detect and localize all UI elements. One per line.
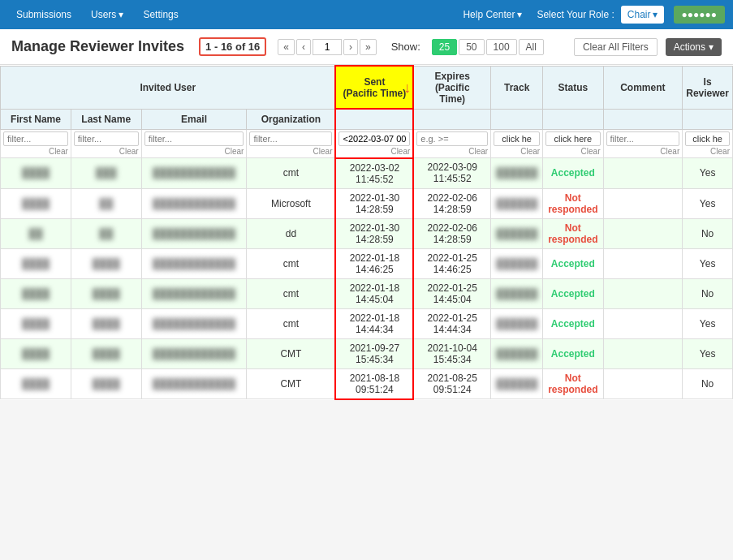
clear-sent-filter[interactable]: Clear [338,147,410,156]
status-cell: Accepted [543,248,603,278]
last-name-cell: ██ [71,188,141,218]
table-row: ████████████████████cmt2022-01-18 14:45:… [1,278,733,308]
sent-cell: 2022-01-30 14:28:59 [335,188,413,218]
email-cell: ████████████ [141,278,247,308]
track-col-header-spacer [491,109,543,129]
show-label: Show: [391,41,420,53]
nav-settings[interactable]: Settings [135,2,186,27]
sent-cell: 2022-01-18 14:46:25 [335,248,413,278]
comment-cell [603,278,683,308]
filter-expires-input[interactable] [416,131,488,146]
last-name-cell: ████ [71,308,141,338]
select-role-label: Select Your Role : [533,2,617,27]
first-page-button[interactable]: « [278,39,295,55]
table-body: ███████████████████cmt2022-03-02 11:45:5… [1,158,733,399]
filter-track-button[interactable]: click he [494,131,540,146]
last-page-button[interactable]: » [360,39,377,55]
help-dropdown-icon: ▾ [517,9,522,20]
is-reviewer-cell: No [683,368,733,399]
comment-cell [603,338,683,368]
is-reviewer-cell: Yes [683,338,733,368]
pager-controls: « ‹ › » [278,39,376,55]
filter-is-reviewer-button[interactable]: click he [685,131,730,146]
last-name-col-header: Last Name [71,109,141,129]
last-name-cell: ████ [71,368,141,399]
show-50-button[interactable]: 50 [459,39,484,55]
expires-cell: 2022-03-09 11:45:52 [413,158,490,189]
filter-row: Clear Clear Clear Clear Clear [1,129,733,158]
show-25-button[interactable]: 25 [432,39,457,55]
page-number-input[interactable] [313,39,342,55]
filter-last-name-input[interactable] [74,131,139,146]
prev-page-button[interactable]: ‹ [296,39,311,55]
is-reviewer-cell: No [683,218,733,248]
nav-users[interactable]: Users ▾ [83,2,132,27]
clear-comment-filter[interactable]: Clear [606,147,680,156]
org-cell: CMT [247,368,336,399]
org-cell: cmt [247,278,336,308]
clear-email-filter[interactable]: Clear [144,147,244,156]
expires-cell: 2022-02-06 14:28:59 [413,188,490,218]
clear-org-filter[interactable]: Clear [249,147,332,156]
email-cell: ████████████ [141,308,247,338]
sent-header: Sent (Pacific Time) ↓ [335,66,413,109]
organization-col-header: Organization [247,109,336,129]
table-row: ████████████████████CMT2021-08-18 09:51:… [1,368,733,399]
filter-sent-input[interactable] [338,131,410,146]
user-button[interactable]: ●●●●●● [674,6,726,24]
table-row: ██████████████████Microsoft2022-01-30 14… [1,188,733,218]
org-cell: Microsoft [247,188,336,218]
clear-expires-filter[interactable]: Clear [416,147,488,156]
table-row: ███████████████████cmt2022-03-02 11:45:5… [1,158,733,189]
top-navigation: Submissions Users ▾ Settings Help Center… [0,0,733,29]
status-cell: Accepted [543,278,603,308]
next-page-button[interactable]: › [343,39,358,55]
filter-org-input[interactable] [249,131,332,146]
clear-all-filters-button[interactable]: Clear All Filters [574,38,658,56]
track-cell: ██████ [491,188,543,218]
email-cell: ████████████ [141,218,247,248]
track-cell: ██████ [491,368,543,399]
filter-is-reviewer-cell: click he Clear [683,129,733,158]
clear-status-filter[interactable]: Clear [545,147,600,156]
is-reviewer-header: Is Reviewer [683,66,733,109]
nav-help-center[interactable]: Help Center ▾ [455,2,530,27]
clear-is-reviewer-filter[interactable]: Clear [685,147,730,156]
filter-first-name-input[interactable] [3,131,68,146]
comment-cell [603,308,683,338]
clear-last-name-filter[interactable]: Clear [74,147,139,156]
users-dropdown-icon: ▾ [119,9,123,20]
expires-cell: 2022-01-25 14:44:34 [413,308,490,338]
filter-email-input[interactable] [144,131,244,146]
filter-first-name-cell: Clear [1,129,71,158]
email-cell: ████████████ [141,158,247,189]
filter-status-button[interactable]: click here [545,131,600,146]
expires-cell: 2022-02-06 14:28:59 [413,218,490,248]
role-selector-button[interactable]: Chair ▾ [621,6,664,24]
first-name-cell: ████ [1,188,71,218]
first-name-cell: ████ [1,308,71,338]
first-name-cell: ██ [1,218,71,248]
table-row: ████████████████dd2022-01-30 14:28:59202… [1,218,733,248]
is-reviewer-cell: No [683,278,733,308]
email-cell: ████████████ [141,188,247,218]
nav-submissions[interactable]: Submissions [8,2,80,27]
last-name-cell: ██ [71,218,141,248]
email-cell: ████████████ [141,248,247,278]
clear-first-name-filter[interactable]: Clear [3,147,68,156]
clear-track-filter[interactable]: Clear [494,147,540,156]
filter-last-name-cell: Clear [71,129,141,158]
filter-comment-input[interactable] [606,131,680,146]
actions-dropdown-icon: ▾ [709,41,714,53]
actions-button[interactable]: Actions ▾ [666,38,722,56]
show-all-button[interactable]: All [519,39,544,55]
email-col-header: Email [141,109,247,129]
table-row: ████████████████████cmt2022-01-18 14:46:… [1,248,733,278]
org-cell: cmt [247,158,336,189]
show-100-button[interactable]: 100 [486,39,517,55]
expires-cell: 2022-01-25 14:45:04 [413,278,490,308]
email-cell: ████████████ [141,368,247,399]
first-name-col-header: First Name [1,109,71,129]
role-dropdown-icon: ▾ [653,9,658,20]
email-cell: ████████████ [141,338,247,368]
